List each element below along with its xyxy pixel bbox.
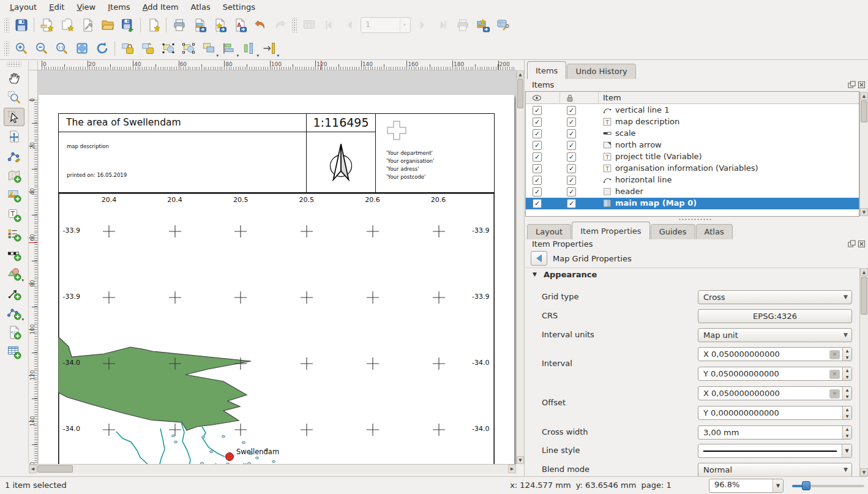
menu-add-item[interactable]: Add Item [137,1,185,13]
zoom-level-combo[interactable]: 96.8% ▼ [709,479,784,493]
menu-edit[interactable]: Edit [43,1,70,13]
add-items-from-template-button[interactable] [143,16,163,34]
raise-selected-items-button[interactable]: ▾ [198,39,219,58]
grid-type-dropdown[interactable]: Cross▼ [698,290,852,304]
visibility-checkbox[interactable]: ✓ [533,152,542,162]
add-picture-tool[interactable] [4,186,24,204]
close-panel-icon[interactable] [858,81,866,91]
organisation-cell[interactable]: 'Your department''Your organisation''You… [376,114,495,193]
menu-layout[interactable]: Layout [4,1,43,13]
item-row-horizontal-line[interactable]: ✓✓horizontal line [526,174,859,186]
scroll-up-arrow[interactable]: ▲ [860,268,868,276]
scroll-down-arrow[interactable]: ▼ [860,208,868,216]
ungroup-items-button[interactable] [178,39,198,58]
north-arrow-cell[interactable] [307,132,376,193]
tab-item-properties[interactable]: Item Properties [572,222,649,239]
visibility-checkbox[interactable]: ✓ [533,118,542,127]
menu-settings[interactable]: Settings [217,1,261,13]
lock-checkbox[interactable]: ✓ [567,152,576,162]
back-button[interactable] [531,251,547,266]
clear-field-icon[interactable]: ✕ [829,389,840,399]
chevron-down-icon[interactable]: ▼ [773,479,783,492]
visibility-checkbox[interactable]: ✓ [533,129,542,138]
menu-atlas[interactable]: Atlas [185,1,217,13]
visibility-checkbox[interactable]: ✓ [533,176,542,185]
lock-checkbox[interactable]: ✓ [567,106,576,115]
lock-checkbox[interactable]: ✓ [567,199,576,208]
export-as-pdf-button[interactable]: A [230,16,250,34]
layout-page[interactable]: The area of Swellendam 1:116495 map desc… [39,95,514,464]
interval-units-dropdown[interactable]: Map unit▼ [698,328,852,342]
save-as-template-button[interactable] [118,16,138,34]
visibility-checkbox[interactable]: ✓ [533,106,542,115]
scroll-up-arrow[interactable]: ▲ [517,70,524,78]
add-attribute-table-tool[interactable] [4,343,24,361]
add-scalebar-tool[interactable] [4,245,24,263]
layout-manager-button[interactable] [77,16,97,34]
select-move-item-tool[interactable] [4,108,24,126]
add-shape-tool[interactable]: ▾ [4,264,24,283]
resize-selected-items-button[interactable]: ▾ [259,39,279,58]
previous-feature-button[interactable] [339,16,359,34]
visibility-checkbox[interactable]: ✓ [533,141,542,150]
tree-scroll-thumb[interactable] [861,100,867,122]
offset-y-spinbox[interactable]: Y 0,000000000000▲▼ [698,406,852,420]
spinner-arrows[interactable]: ▲▼ [842,348,851,361]
lock-checkbox[interactable]: ✓ [567,141,576,150]
map-title[interactable]: The area of Swellendam [59,114,307,132]
scroll-down-arrow[interactable]: ▼ [860,468,868,476]
open-layout-button[interactable] [97,16,118,34]
item-row-scale[interactable]: ✓✓scale [526,128,859,140]
preview-atlas-button[interactable] [299,16,319,34]
offset-x-spinbox[interactable]: X 0,050000000000✕▲▼ [698,386,852,400]
refresh-view-button[interactable] [92,39,112,58]
atlas-settings-button[interactable] [493,16,513,34]
properties-scrollbar[interactable]: ▲ ▼ [859,268,868,476]
interval-x-spinbox[interactable]: X 0,050000000000✕▲▼ [698,347,852,361]
unlock-all-items-button[interactable] [138,39,158,58]
item-row-map-description[interactable]: ✓✓Tmap description [526,116,859,128]
item-row-main-map-map-0-[interactable]: ✓✓main map (Map 0) [526,198,859,209]
undo-button[interactable] [250,16,270,34]
zoom-tool-tool[interactable] [4,88,24,107]
tab-undo-history[interactable]: Undo History [567,64,635,79]
crs-button[interactable]: EPSG:4326 [698,309,852,323]
add-html-tool[interactable]: </> [4,323,24,342]
distribute-selected-items-button[interactable]: ▾ [239,39,259,58]
add-node-item-tool[interactable]: ▾ [4,304,24,322]
line-style-button[interactable]: ▼ [698,444,852,458]
next-feature-button[interactable] [412,16,432,34]
menu-view[interactable]: View [70,1,102,13]
first-feature-button[interactable] [319,16,339,34]
print-layout-button[interactable] [169,16,189,34]
duplicate-layout-button[interactable] [57,16,77,34]
zoom-actual-button[interactable]: 1:1 [51,39,72,58]
item-row-vertical-line-1[interactable]: ✓✓vertical line 1 [526,105,859,116]
map-scale-text[interactable]: 1:116495 [307,114,376,132]
close-panel-icon[interactable] [858,240,866,250]
clear-field-icon[interactable]: ✕ [829,370,840,379]
canvas-hscrollbar[interactable]: ◀ ▶ [29,464,516,473]
lock-checkbox[interactable]: ✓ [567,187,576,196]
zoom-slider-handle[interactable] [802,481,810,490]
export-atlas-as-image-button[interactable] [473,16,493,34]
tab-guides[interactable]: Guides [651,224,695,239]
canvas-vscrollbar[interactable]: ▲ ▼ [516,70,524,464]
tab-items[interactable]: Items [527,61,566,79]
lock-selected-items-button[interactable] [118,39,138,58]
item-row-organisation-information-variables-[interactable]: ✓✓Torganisation information (Variables) [526,163,859,174]
scroll-right-arrow[interactable]: ▶ [508,465,516,473]
spinner-arrows[interactable]: ▲▼ [842,406,851,419]
items-tree-scrollbar[interactable]: ▲ ▼ [859,92,868,216]
print-atlas-button[interactable] [452,16,473,34]
cross-width-spinbox[interactable]: 3,00 mm▲▼ [698,425,852,440]
header-block[interactable]: The area of Swellendam 1:116495 map desc… [58,113,495,193]
map-description-cell[interactable]: map description printed on: 16.05.2019 [59,132,307,193]
export-as-svg-button[interactable] [209,16,230,34]
pan-layout-tool[interactable] [4,69,24,87]
props-scroll-thumb[interactable] [861,277,867,315]
move-item-content-tool[interactable] [4,127,24,146]
edit-nodes-item-tool[interactable] [4,147,24,165]
zoom-out-button[interactable] [31,39,51,58]
tab-atlas[interactable]: Atlas [696,224,733,239]
